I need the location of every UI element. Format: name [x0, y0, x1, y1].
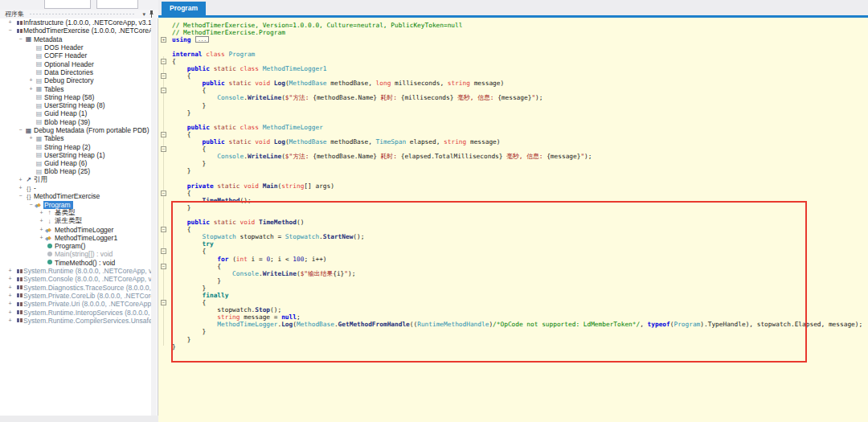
- code-token: }: [172, 204, 190, 211]
- code-token: class: [240, 124, 259, 131]
- tree-item[interactable]: +System.Diagnostics.TraceSource (8.0.0.0…: [6, 284, 153, 292]
- expander-icon[interactable]: −: [17, 126, 24, 134]
- tree-item[interactable]: −Debug Metadata (From portable PDB): [6, 126, 153, 134]
- tree-item[interactable]: Optional Header: [6, 59, 153, 68]
- tree-item[interactable]: +基类型: [6, 209, 153, 217]
- tree-item[interactable]: String Heap (58): [6, 93, 153, 101]
- code-line: // MethodTimerExercise, Version=1.0.0.0,…: [172, 22, 862, 29]
- expander-icon[interactable]: +: [6, 309, 14, 317]
- tree-item[interactable]: +-: [6, 184, 153, 192]
- tree-item[interactable]: DOS Header: [6, 43, 153, 51]
- tree-item[interactable]: String Heap (2): [6, 142, 153, 150]
- fold-marker-icon[interactable]: −: [161, 227, 166, 232]
- expander-icon[interactable]: +: [38, 226, 45, 234]
- tree-item[interactable]: +System.Runtime (8.0.0.0, .NETCoreApp, v…: [6, 267, 153, 275]
- code-line: public static class MethodTimeLogger1: [172, 65, 862, 72]
- code-token: [172, 80, 203, 87]
- fold-marker-icon[interactable]: −: [161, 191, 166, 196]
- tree-item[interactable]: +引用: [6, 176, 153, 184]
- expander-icon[interactable]: −: [17, 192, 24, 200]
- tree-item[interactable]: TimeMethod() : void: [6, 259, 153, 267]
- tree-item[interactable]: Guid Heap (1): [6, 109, 153, 117]
- expander-icon[interactable]: +: [6, 267, 14, 275]
- expander-icon[interactable]: +: [6, 275, 14, 283]
- expander-icon[interactable]: +: [6, 317, 14, 325]
- tree-item[interactable]: +System.Runtime.InteropServices (8.0.0.0…: [6, 308, 153, 316]
- tree-item[interactable]: −Metadata: [6, 35, 153, 43]
- tree-item[interactable]: +派生类型: [6, 217, 153, 225]
- expander-icon[interactable]: −: [6, 27, 14, 35]
- tree-item[interactable]: UserString Heap (1): [6, 151, 153, 159]
- code-token: [172, 153, 217, 160]
- collapsed-region-box[interactable]: ...: [195, 36, 209, 43]
- fold-marker-icon[interactable]: −: [161, 248, 166, 254]
- tree-item[interactable]: +System.Runtime.CompilerServices.Unsafe …: [6, 317, 153, 325]
- code-token: [172, 182, 187, 190]
- expander-icon[interactable]: +: [6, 284, 14, 292]
- tree-item[interactable]: Blob Heap (39): [6, 118, 153, 126]
- tree-item[interactable]: +Infrastructure (1.0.0.0, .NETCoreApp, v…: [6, 18, 153, 27]
- tree-item[interactable]: +MethodTimeLogger1: [6, 234, 153, 242]
- expander-icon[interactable]: +: [27, 134, 35, 142]
- tree-item[interactable]: +System.Private.Uri (8.0.0.0, .NETCoreAp…: [6, 300, 153, 308]
- fold-marker-icon[interactable]: −: [161, 300, 166, 305]
- expander-icon[interactable]: +: [27, 85, 35, 93]
- code-line: Console.WriteLine($"方法: {methodBase.Name…: [172, 153, 862, 160]
- expander-icon[interactable]: +: [6, 292, 14, 300]
- code-line: stopwatch.Stop();: [172, 306, 862, 313]
- fold-marker-icon[interactable]: −: [161, 73, 166, 79]
- fold-marker-icon[interactable]: +: [161, 37, 166, 43]
- fold-marker-icon[interactable]: −: [161, 146, 166, 152]
- tree-item[interactable]: −MethodTimerExercise (1.0.0.0, .NETCoreA…: [6, 27, 153, 35]
- assembly-explorer-panel: 程序集 ▾ +Infrastructure (1.0.0.0, .NETCore…: [0, 0, 158, 422]
- expander-icon[interactable]: −: [27, 201, 35, 209]
- expander-icon[interactable]: −: [17, 35, 24, 43]
- tree-item[interactable]: −MethodTimerExercise: [6, 192, 153, 200]
- tree-item[interactable]: +System.Private.CoreLib (8.0.0.0, .NETCo…: [6, 292, 153, 300]
- code-line: try: [172, 240, 862, 248]
- code-token: ();: [353, 233, 364, 240]
- tree-item[interactable]: Main(string[]) : void: [6, 250, 153, 258]
- fold-marker-icon[interactable]: −: [161, 132, 166, 137]
- code-editor[interactable]: // MethodTimerExercise, Version=1.0.0.0,…: [158, 18, 868, 422]
- tree-item[interactable]: Data Directories: [6, 68, 153, 76]
- code-token: Stopwatch: [285, 233, 319, 240]
- fold-marker-icon[interactable]: −: [161, 264, 166, 269]
- expander-icon[interactable]: +: [38, 209, 45, 217]
- pin-icon[interactable]: [148, 10, 158, 18]
- tree-item-label: MethodTimeLogger1: [54, 234, 120, 242]
- page-icon: [35, 151, 43, 158]
- tree-item[interactable]: +System.Console (8.0.0.0, .NETCoreApp, v…: [6, 275, 153, 283]
- tree-item[interactable]: COFF Header: [6, 51, 153, 59]
- tree-item[interactable]: +MethodTimeLogger: [6, 225, 153, 233]
- assembly-tree[interactable]: +Infrastructure (1.0.0.0, .NETCoreApp, v…: [6, 18, 153, 325]
- tree-item[interactable]: −Program: [6, 201, 153, 209]
- code-line: − {: [172, 87, 862, 94]
- chevron-down-icon[interactable]: ▾: [140, 11, 148, 18]
- fold-marker-icon[interactable]: −: [161, 59, 166, 64]
- expander-icon[interactable]: +: [38, 217, 45, 225]
- code-token: GetMethodFromHandle: [338, 321, 410, 328]
- expander-icon[interactable]: +: [6, 300, 14, 308]
- tree-item-label: Main(string[]) : void: [54, 250, 115, 258]
- expander-icon[interactable]: +: [27, 76, 35, 84]
- code-line: +using ...: [172, 36, 862, 43]
- expander-icon[interactable]: +: [38, 234, 45, 242]
- sidebar-scrollbar[interactable]: [151, 18, 157, 416]
- tab-program[interactable]: Program: [162, 2, 206, 15]
- tree-item[interactable]: Program(): [6, 242, 153, 250]
- toolbar-remnant: [96, 0, 138, 9]
- code-line: Console.WriteLine($"方法: {methodBase.Name…: [172, 94, 862, 101]
- code-token: 耗时:: [377, 94, 401, 101]
- tree-item[interactable]: UserString Heap (8): [6, 101, 153, 109]
- expander-icon[interactable]: +: [17, 176, 24, 184]
- code-token: public: [187, 124, 210, 131]
- tree-item[interactable]: Blob Heap (25): [6, 167, 153, 175]
- tree-item[interactable]: +Tables: [6, 84, 153, 92]
- fold-marker-icon[interactable]: −: [161, 88, 166, 93]
- expander-icon[interactable]: +: [6, 18, 14, 27]
- tree-item[interactable]: +Debug Directory: [6, 76, 153, 84]
- tree-item[interactable]: Guid Heap (6): [6, 159, 153, 167]
- tree-item[interactable]: +Tables: [6, 134, 153, 142]
- expander-icon[interactable]: +: [17, 184, 24, 192]
